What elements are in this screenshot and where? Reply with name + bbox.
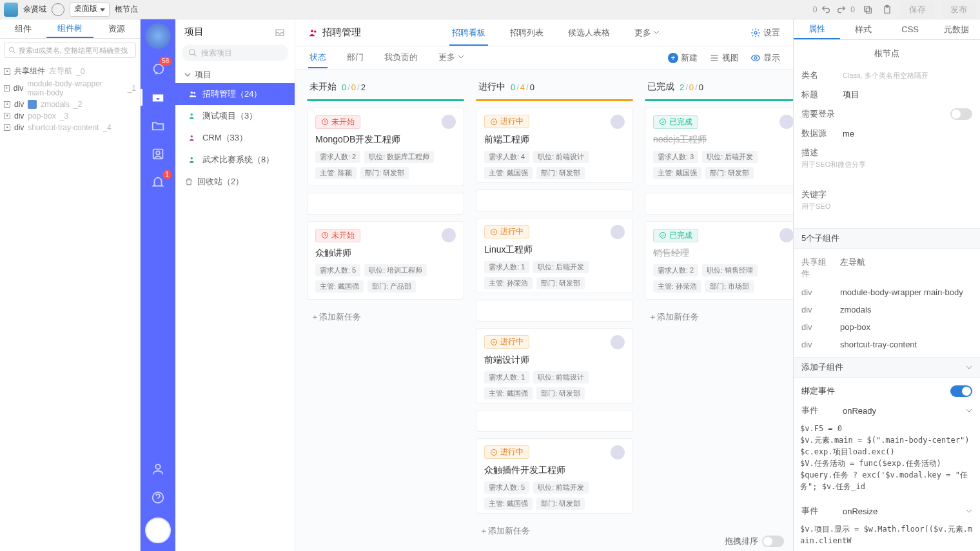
rtab-meta[interactable]: 元数据 (934, 19, 980, 39)
subtab-mine[interactable]: 我负责的 (383, 48, 419, 68)
rtab-props[interactable]: 属性 (794, 19, 840, 39)
show-button[interactable]: 显示 (750, 52, 780, 64)
tab-component-tree[interactable]: 组件树 (46, 19, 93, 38)
kanban-card[interactable]: 进行中 众触插件开发工程师 需求人数: 5职位: 前端开发主管: 戴国强部门: … (476, 438, 633, 514)
tab-components[interactable]: 组件 (0, 19, 46, 38)
project-item-crm[interactable]: CRM（33） (175, 127, 295, 149)
subtab-dept[interactable]: 部门 (346, 48, 365, 68)
assignee-avatar[interactable] (442, 115, 456, 129)
kanban-card[interactable] (476, 300, 633, 322)
code-block[interactable]: $v.项目.显示 = $w.Math.floor(($v.元素.main.cli… (800, 521, 974, 549)
assignee-avatar[interactable] (442, 228, 456, 242)
class-input[interactable]: Class, 多个类名用空格隔开 (843, 71, 972, 81)
add-child-button[interactable]: 添加子组件 (794, 357, 980, 378)
assignee-avatar[interactable] (611, 115, 625, 129)
child-row[interactable]: divzmodals (800, 301, 974, 318)
assignee-avatar[interactable] (611, 335, 625, 349)
datasource-input[interactable]: me (843, 129, 972, 139)
assignee-avatar[interactable] (779, 115, 793, 129)
chevron-down-icon (184, 72, 191, 78)
add-task-button[interactable]: ＋添加新任务 (307, 306, 464, 328)
subtab-status[interactable]: 状态 (308, 48, 328, 68)
project-item-test[interactable]: 测试项目（3） (175, 105, 295, 127)
child-row[interactable]: divpop-box (800, 318, 974, 336)
kanban-card[interactable] (645, 193, 793, 215)
project-item-recruitment[interactable]: 招聘管理（24） (175, 83, 295, 105)
page-title: 招聘管理 (308, 26, 361, 39)
tree-search[interactable]: 搜索id或类名, 空格结尾可精确查找 (4, 43, 136, 58)
project-recycle[interactable]: 回收站（2） (175, 171, 295, 190)
kanban-card[interactable] (307, 193, 464, 215)
new-button[interactable]: +新建 (668, 52, 698, 64)
tab-kanban[interactable]: 招聘看板 (449, 21, 488, 45)
publish-button[interactable]: 发布 (941, 1, 976, 18)
tab-more[interactable]: 更多 (632, 21, 663, 45)
settings-button[interactable]: 设置 (750, 27, 780, 39)
kanban-card[interactable] (476, 410, 633, 432)
kanban-card[interactable] (476, 189, 633, 211)
kanban-card[interactable]: 进行中 前端设计师 需求人数: 1职位: 前端设计主管: 戴国强部门: 研发部 (476, 328, 633, 403)
child-row[interactable]: divmodule-body-wrapper main-body (800, 284, 974, 301)
redo-icon[interactable] (835, 3, 848, 16)
toggle-off-icon[interactable] (762, 536, 784, 547)
assignee-avatar[interactable] (611, 225, 625, 239)
sidebar-alert-icon[interactable]: 1 (150, 174, 166, 191)
card-title: 众触插件开发工程师 (484, 465, 625, 476)
tab-resources[interactable]: 资源 (93, 19, 140, 38)
sidebar-avatar[interactable] (145, 517, 171, 543)
sidebar-chat-icon[interactable]: 58 (150, 61, 166, 77)
view-select[interactable]: 桌面版 (70, 3, 110, 17)
tree-row[interactable]: +divpop-box_3 (4, 110, 136, 122)
code-block[interactable]: $v.F5 = 0 $v.元素.main = $(".main-body-cen… (800, 420, 974, 495)
project-search[interactable]: 搜索项目 (182, 44, 288, 61)
copy-icon[interactable] (861, 3, 874, 16)
assignee-avatar[interactable] (611, 445, 625, 459)
card-tag: 部门: 研发部 (705, 167, 754, 179)
event-select[interactable]: onReady (843, 406, 961, 416)
login-toggle[interactable] (950, 108, 972, 120)
title-input[interactable]: 项目 (843, 89, 972, 101)
kanban-card[interactable]: 进行中 Linux工程师 需求人数: 1职位: 后端开发主管: 孙荣浩部门: 研… (476, 218, 633, 293)
project-section-header[interactable]: 项目 (175, 64, 295, 83)
tree-row[interactable]: +divshortcut-tray-content_4 (4, 122, 136, 133)
tab-candidates[interactable]: 候选人表格 (565, 21, 612, 45)
kanban-card[interactable]: 进行中 前端工程师 需求人数: 4职位: 前端设计主管: 戴国强部门: 研发部 (476, 108, 633, 183)
kanban-card[interactable]: 未开始 众触讲师 需求人数: 5职位: 培训工程师主管: 戴国强部门: 产品部 (307, 221, 464, 300)
tree-row[interactable]: +divzmodals_2 (4, 99, 136, 110)
add-task-button[interactable]: ＋添加新任务 (476, 520, 633, 542)
kanban-card[interactable]: 已完成 销售经理 需求人数: 2职位: 销售经理主管: 孙荣浩部门: 市场部 (645, 221, 793, 300)
user-avatar[interactable] (4, 3, 18, 17)
sidebar-user-icon[interactable] (150, 461, 166, 478)
app-logo[interactable] (145, 23, 171, 49)
rtab-css[interactable]: CSS (887, 19, 934, 39)
kanban-card[interactable]: 未开始 MongoDB开发工程师 需求人数: 2职位: 数据库工程师主管: 陈颖… (307, 108, 464, 186)
view-button[interactable]: 视图 (709, 52, 739, 64)
add-task-button[interactable]: ＋添加新任务 (645, 306, 793, 328)
rtab-style[interactable]: 样式 (840, 19, 887, 39)
keyword-input[interactable]: 用于SEO (801, 202, 830, 211)
trash-icon (184, 177, 193, 186)
inbox-icon[interactable] (274, 26, 286, 38)
kanban-card[interactable]: 已完成 nodejs工程师 需求人数: 3职位: 后端开发主管: 戴国强部门: … (645, 108, 793, 186)
drag-sort-toggle[interactable]: 拖拽排序 (725, 536, 784, 547)
child-row[interactable]: 共享组件左导航 (800, 253, 974, 284)
desc-input[interactable]: 用于SEO和微信分享 (801, 160, 866, 169)
tree-row[interactable]: +共享组件左导航_0 (4, 64, 136, 78)
card-tag: 需求人数: 5 (315, 264, 360, 276)
event-toggle[interactable] (950, 385, 972, 397)
paste-icon[interactable] (881, 3, 894, 16)
assignee-avatar[interactable] (779, 228, 793, 242)
sidebar-folder-icon[interactable] (150, 117, 166, 134)
project-item-martial[interactable]: 武术比赛系统（8） (175, 149, 295, 171)
sidebar-help-icon[interactable] (150, 489, 166, 506)
tree-row[interactable]: +divmodule-body-wrapper main-body_1 (4, 78, 136, 99)
child-row[interactable]: divshortcut-tray-content (800, 336, 974, 353)
tab-list[interactable]: 招聘列表 (507, 21, 546, 45)
sidebar-contact-icon[interactable] (150, 146, 166, 162)
sidebar-inbox-icon[interactable] (150, 89, 166, 106)
subtab-more[interactable]: 更多 (437, 48, 466, 68)
globe-icon[interactable] (52, 3, 64, 16)
undo-icon[interactable] (819, 3, 832, 16)
save-button[interactable]: 保存 (900, 1, 935, 18)
event-select[interactable]: onResize (843, 507, 961, 516)
